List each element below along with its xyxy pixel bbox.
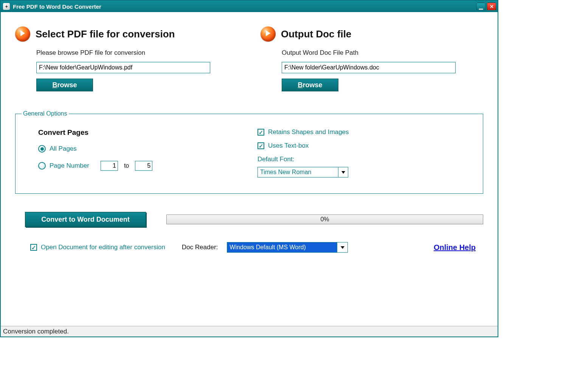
app-window: ✦ Free PDF to Word Doc Converter ▁ ✕ Sel…: [0, 0, 498, 337]
app-icon: ✦: [3, 3, 10, 10]
close-button[interactable]: ✕: [487, 3, 496, 10]
output-browse-button[interactable]: Browse: [282, 79, 338, 91]
page-from-input[interactable]: [101, 161, 118, 171]
doc-reader-value[interactable]: Windows Default (MS Word): [227, 242, 337, 253]
convert-button[interactable]: Convert to Word Document: [25, 212, 146, 227]
default-font-label: Default Font:: [257, 156, 468, 163]
open-after-label: Open Document for editing after conversi…: [41, 244, 165, 251]
all-pages-label: All Pages: [50, 145, 77, 153]
output-section-title: Output Doc file: [281, 28, 351, 40]
window-title: Free PDF to Word Doc Converter: [13, 3, 475, 10]
input-path-field[interactable]: [36, 62, 210, 73]
chevron-down-icon[interactable]: [337, 242, 348, 253]
open-after-checkbox[interactable]: [30, 244, 37, 251]
page-number-label: Page Number: [50, 162, 89, 170]
progress-bar: 0%: [166, 215, 483, 224]
convert-pages-title: Convert Pages: [38, 128, 220, 137]
output-subtext: Output Word Doc File Path: [282, 49, 483, 57]
doc-reader-label: Doc Reader:: [182, 244, 218, 251]
arrow-icon: [261, 26, 276, 42]
minimize-button[interactable]: ▁: [476, 3, 485, 10]
to-label: to: [124, 162, 129, 169]
input-browse-button[interactable]: Browse: [36, 79, 93, 91]
status-bar: Conversion completed.: [1, 326, 498, 336]
online-help-link[interactable]: Online Help: [434, 243, 476, 252]
general-options-group: General Options Convert Pages All Pages …: [15, 110, 483, 194]
input-subtext: Please browse PDF file for conversion: [36, 49, 238, 57]
content-area: Select PDF file for conversion Please br…: [1, 12, 498, 326]
retain-shapes-label: Retains Shapes and Images: [268, 128, 349, 136]
retain-shapes-checkbox[interactable]: [257, 129, 264, 136]
default-font-value[interactable]: [257, 167, 338, 177]
input-section-title: Select PDF file for conversion: [36, 28, 175, 40]
doc-reader-combo[interactable]: Windows Default (MS Word): [227, 242, 348, 253]
all-pages-radio[interactable]: [38, 145, 46, 153]
options-legend: General Options: [22, 110, 69, 117]
output-section: Output Doc file Output Word Doc File Pat…: [261, 26, 483, 91]
default-font-combo[interactable]: [257, 167, 348, 177]
titlebar: ✦ Free PDF to Word Doc Converter ▁ ✕: [1, 1, 498, 12]
uses-textbox-checkbox[interactable]: [257, 142, 264, 149]
status-text: Conversion completed.: [3, 328, 69, 335]
uses-textbox-label: Uses Text-box: [268, 142, 309, 150]
chevron-down-icon[interactable]: [338, 167, 348, 177]
page-to-input[interactable]: [135, 161, 152, 171]
arrow-icon: [15, 26, 30, 42]
page-number-radio[interactable]: [38, 162, 46, 170]
input-section: Select PDF file for conversion Please br…: [15, 26, 238, 91]
output-path-field[interactable]: [282, 62, 456, 73]
